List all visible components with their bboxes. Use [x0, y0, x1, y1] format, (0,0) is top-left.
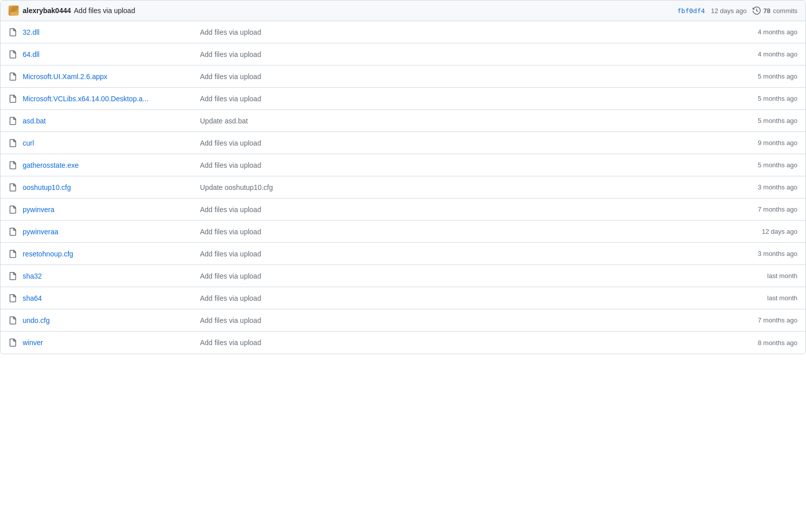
file-commit-message: Add files via upload	[200, 206, 711, 214]
table-row: asd.bat Update asd.bat 5 months ago	[1, 110, 805, 132]
table-row: Microsoft.VCLibs.x64.14.00.Desktop.a... …	[1, 88, 805, 110]
file-commit-message: Add files via upload	[200, 228, 711, 236]
file-icon	[9, 50, 17, 58]
file-icon	[9, 250, 17, 258]
file-time: 5 months ago	[717, 161, 797, 169]
table-row: undo.cfg Add files via upload 7 months a…	[1, 309, 805, 331]
file-icon	[9, 95, 17, 103]
commit-message: Add files via upload	[74, 7, 135, 15]
file-name[interactable]: curl	[23, 139, 194, 147]
file-commit-message: Add files via upload	[200, 339, 711, 347]
commits-link[interactable]: 78 commits	[753, 7, 797, 15]
file-icon	[9, 28, 17, 36]
file-name[interactable]: Microsoft.UI.Xaml.2.6.appx	[23, 73, 194, 81]
file-name[interactable]: asd.bat	[23, 117, 194, 125]
file-commit-message: Update asd.bat	[200, 117, 711, 125]
file-time: 3 months ago	[717, 183, 797, 191]
file-icon	[9, 117, 17, 125]
table-row: 32.dll Add files via upload 4 months ago	[1, 21, 805, 43]
file-time: 5 months ago	[717, 95, 797, 102]
file-time: 7 months ago	[717, 316, 797, 324]
file-time: 4 months ago	[717, 28, 797, 36]
file-name[interactable]: 32.dll	[23, 28, 194, 36]
file-commit-message: Update ooshutup10.cfg	[200, 183, 711, 191]
table-row: sha32 Add files via upload last month	[1, 265, 805, 287]
file-commit-message: Add files via upload	[200, 272, 711, 280]
file-commit-message: Add files via upload	[200, 316, 711, 324]
file-commit-message: Add files via upload	[200, 250, 711, 258]
table-row: resetohnoup.cfg Add files via upload 3 m…	[1, 243, 805, 265]
file-time: 9 months ago	[717, 139, 797, 147]
file-name[interactable]: pywinvera	[23, 206, 194, 214]
file-name[interactable]: sha64	[23, 294, 194, 302]
commits-count: 78	[763, 7, 770, 15]
commit-hash[interactable]: fbf0df4	[678, 7, 705, 15]
file-time: 8 months ago	[717, 339, 797, 347]
table-row: ooshutup10.cfg Update ooshutup10.cfg 3 m…	[1, 176, 805, 198]
table-row: 64.dll Add files via upload 4 months ago	[1, 43, 805, 65]
table-row: curl Add files via upload 9 months ago	[1, 132, 805, 154]
file-icon	[9, 339, 17, 347]
table-row: Microsoft.UI.Xaml.2.6.appx Add files via…	[1, 65, 805, 88]
file-commit-message: Add files via upload	[200, 139, 711, 147]
file-name[interactable]: winver	[23, 339, 194, 347]
file-icon	[9, 161, 17, 169]
file-name[interactable]: sha32	[23, 272, 194, 280]
file-commit-message: Add files via upload	[200, 161, 711, 169]
file-commit-message: Add files via upload	[200, 294, 711, 302]
file-name[interactable]: resetohnoup.cfg	[23, 250, 194, 258]
file-time: 7 months ago	[717, 206, 797, 213]
file-name[interactable]: gatherosstate.exe	[23, 161, 194, 169]
file-icon	[9, 73, 17, 81]
file-name[interactable]: undo.cfg	[23, 316, 194, 324]
table-row: winver Add files via upload 8 months ago	[1, 331, 805, 354]
commit-time: 12 days ago	[711, 7, 747, 15]
file-name[interactable]: ooshutup10.cfg	[23, 183, 194, 191]
file-icon	[9, 139, 17, 147]
file-list: 32.dll Add files via upload 4 months ago…	[1, 21, 805, 354]
file-time: 5 months ago	[717, 73, 797, 80]
commit-author[interactable]: alexrybak0444	[23, 7, 71, 15]
file-time: 3 months ago	[717, 250, 797, 257]
file-name[interactable]: Microsoft.VCLibs.x64.14.00.Desktop.a...	[23, 95, 194, 103]
file-icon	[9, 206, 17, 214]
file-icon	[9, 228, 17, 236]
history-icon	[753, 7, 761, 15]
file-icon	[9, 272, 17, 280]
file-commit-message: Add files via upload	[200, 73, 711, 81]
table-row: pywinvera Add files via upload 7 months …	[1, 198, 805, 221]
file-time: last month	[717, 294, 797, 302]
file-icon	[9, 316, 17, 324]
file-name[interactable]: pywinveraa	[23, 228, 194, 236]
file-time: 5 months ago	[717, 117, 797, 124]
latest-commit-header: alexrybak0444 Add files via upload fbf0d…	[1, 1, 805, 21]
table-row: gatherosstate.exe Add files via upload 5…	[1, 154, 805, 176]
file-name[interactable]: 64.dll	[23, 50, 194, 58]
file-icon	[9, 294, 17, 302]
table-row: sha64 Add files via upload last month	[1, 287, 805, 309]
file-commit-message: Add files via upload	[200, 95, 711, 103]
file-commit-message: Add files via upload	[200, 28, 711, 36]
file-icon	[9, 183, 17, 191]
commits-label: commits	[773, 7, 797, 15]
file-time: 12 days ago	[717, 228, 797, 235]
commit-meta: fbf0df4 12 days ago 78 commits	[678, 7, 798, 15]
author-avatar	[9, 6, 19, 16]
file-time: 4 months ago	[717, 50, 797, 58]
table-row: pywinveraa Add files via upload 12 days …	[1, 221, 805, 243]
file-commit-message: Add files via upload	[200, 50, 711, 58]
repository-file-table: alexrybak0444 Add files via upload fbf0d…	[0, 0, 806, 354]
commit-info: alexrybak0444 Add files via upload	[23, 7, 674, 15]
file-time: last month	[717, 272, 797, 280]
